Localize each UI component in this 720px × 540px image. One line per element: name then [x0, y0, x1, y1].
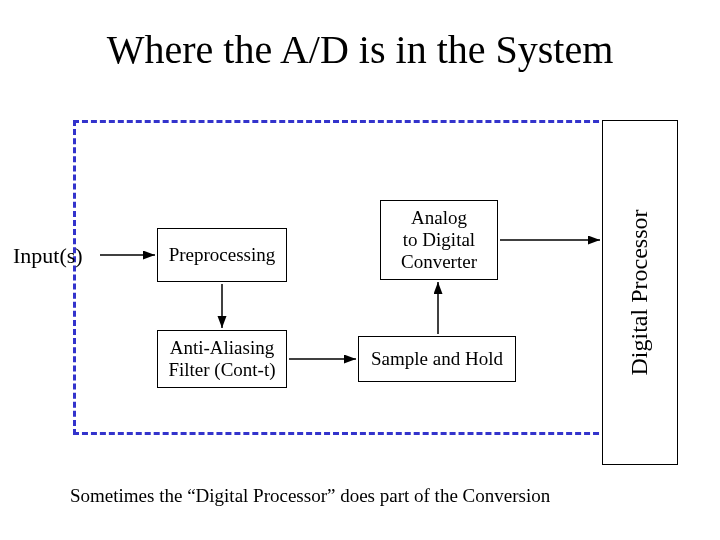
preprocessing-block: Preprocessing: [157, 228, 287, 282]
anti-aliasing-block: Anti-AliasingFilter (Cont-t): [157, 330, 287, 388]
sample-hold-block: Sample and Hold: [358, 336, 516, 382]
digital-processor-label: Digital Processor: [627, 210, 654, 376]
adc-block: Analogto DigitalConverter: [380, 200, 498, 280]
slide-title: Where the A/D is in the System: [0, 26, 720, 73]
input-label: Input(s): [13, 243, 83, 269]
dashed-container: [73, 120, 608, 435]
digital-processor-block: Digital Processor: [602, 120, 678, 465]
caption-text: Sometimes the “Digital Processor” does p…: [70, 485, 550, 507]
